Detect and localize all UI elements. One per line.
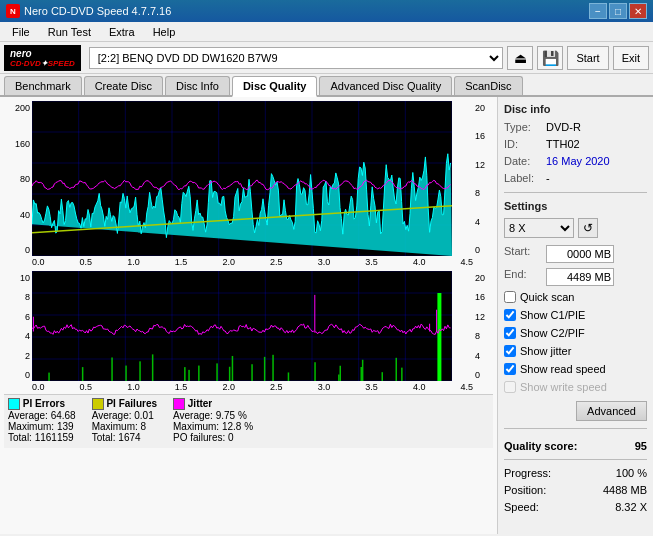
jitter-avg: Average: 9.75 %	[173, 410, 253, 421]
drive-selector[interactable]: [2:2] BENQ DVD DD DW1620 B7W9	[89, 47, 504, 69]
tab-benchmark[interactable]: Benchmark	[4, 76, 82, 95]
show-jitter-checkbox[interactable]	[504, 345, 516, 357]
toolbar: nero CD·DVD✦SPEED [2:2] BENQ DVD DD DW16…	[0, 42, 653, 74]
divider-1	[504, 192, 647, 193]
bottom-chart-canvas	[32, 271, 452, 381]
start-mb-row: Start:	[504, 245, 647, 263]
show-read-speed-row: Show read speed	[504, 363, 647, 375]
x-axis-top: 0.00.51.01.52.02.53.03.54.04.5	[32, 257, 473, 267]
disc-info-title: Disc info	[504, 103, 647, 115]
pi-errors-total-label: Total:	[8, 432, 35, 443]
pi-failures-group: PI Failures Average: 0.01 Maximum: 8 Tot…	[92, 398, 157, 443]
y-top-80: 80	[4, 174, 30, 184]
y-axis-right-bottom: 201612840	[473, 271, 493, 392]
x-axis-bottom: 0.00.51.01.52.02.53.03.54.04.5	[32, 382, 473, 392]
po-failures-label: PO failures:	[173, 432, 225, 443]
tab-disc-quality[interactable]: Disc Quality	[232, 76, 318, 97]
end-mb-input[interactable]	[546, 268, 614, 286]
tab-disc-info[interactable]: Disc Info	[165, 76, 230, 95]
y-top-0: 0	[4, 245, 30, 255]
show-c1pie-checkbox[interactable]	[504, 309, 516, 321]
pi-errors-avg-label: Average:	[8, 410, 51, 421]
po-failures: PO failures: 0	[173, 432, 253, 443]
start-mb-label: Start:	[504, 245, 542, 263]
pi-errors-max-label: Maximum:	[8, 421, 57, 432]
minimize-button[interactable]: −	[589, 3, 607, 19]
show-c2pif-label: Show C2/PIF	[520, 327, 585, 339]
y-top-200: 200	[4, 103, 30, 113]
menu-run-test[interactable]: Run Test	[40, 24, 99, 40]
advanced-button[interactable]: Advanced	[576, 401, 647, 421]
show-c2pif-row: Show C2/PIF	[504, 327, 647, 339]
pi-failures-legend	[92, 398, 104, 410]
position-row: Position: 4488 MB	[504, 484, 647, 496]
jitter-max: Maximum: 12.8 %	[173, 421, 253, 432]
disc-date-label: Date:	[504, 155, 542, 167]
start-button[interactable]: Start	[567, 46, 608, 70]
speed-selector[interactable]: 8 X	[504, 218, 574, 238]
disc-date-val: 16 May 2020	[546, 155, 610, 167]
pi-failures-label: PI Failures	[106, 398, 157, 409]
position-label: Position:	[504, 484, 546, 496]
menu-help[interactable]: Help	[145, 24, 184, 40]
pi-failures-max: Maximum: 8	[92, 421, 157, 432]
exit-button[interactable]: Exit	[613, 46, 649, 70]
disc-type-label: Type:	[504, 121, 542, 133]
progress-row: Progress: 100 %	[504, 467, 647, 479]
start-mb-input[interactable]	[546, 245, 614, 263]
y-axis-left-bottom: 1086420	[4, 271, 32, 392]
jitter-legend	[173, 398, 185, 410]
quick-scan-checkbox[interactable]	[504, 291, 516, 303]
pi-errors-total: Total: 1161159	[8, 432, 76, 443]
disc-id-val: TTH02	[546, 138, 580, 150]
logo-bottom: CD·DVD✦SPEED	[10, 59, 75, 68]
y-top-160: 160	[4, 139, 30, 149]
app-logo: nero CD·DVD✦SPEED	[4, 45, 81, 71]
quick-scan-row: Quick scan	[504, 291, 647, 303]
speed-label: Speed:	[504, 501, 539, 513]
speed-setting-row: 8 X ↺	[504, 218, 647, 238]
speed-val: 8.32 X	[615, 501, 647, 513]
disc-date-row: Date: 16 May 2020	[504, 155, 647, 167]
tab-advanced-disc-quality[interactable]: Advanced Disc Quality	[319, 76, 452, 95]
jitter-avg-val: 9.75 %	[216, 410, 247, 421]
show-read-speed-checkbox[interactable]	[504, 363, 516, 375]
pi-errors-stats: Average: 64.68	[8, 410, 76, 421]
y-axis-left-top: 200 160 80 40 0	[4, 101, 32, 267]
right-panel: Disc info Type: DVD-R ID: TTH02 Date: 16…	[498, 97, 653, 534]
end-mb-row: End:	[504, 268, 647, 286]
close-button[interactable]: ✕	[629, 3, 647, 19]
top-chart-canvas	[32, 101, 452, 256]
po-failures-val: 0	[228, 432, 234, 443]
main-content: 200 160 80 40 0 0.00.51.01.52.02.53.03.5…	[0, 97, 653, 534]
disc-id-row: ID: TTH02	[504, 138, 647, 150]
title-bar-controls: − □ ✕	[589, 3, 647, 19]
refresh-button[interactable]: ↺	[578, 218, 598, 238]
chart-area: 200 160 80 40 0 0.00.51.01.52.02.53.03.5…	[0, 97, 498, 534]
end-mb-label: End:	[504, 268, 542, 286]
save-icon[interactable]: 💾	[537, 46, 563, 70]
eject-icon[interactable]: ⏏	[507, 46, 533, 70]
quality-score-label: Quality score:	[504, 440, 577, 452]
maximize-button[interactable]: □	[609, 3, 627, 19]
quick-scan-label: Quick scan	[520, 291, 574, 303]
tab-create-disc[interactable]: Create Disc	[84, 76, 163, 95]
tab-bar: Benchmark Create Disc Disc Info Disc Qua…	[0, 74, 653, 97]
disc-label-val: -	[546, 172, 550, 184]
position-val: 4488 MB	[603, 484, 647, 496]
show-c2pif-checkbox[interactable]	[504, 327, 516, 339]
tab-scandisc[interactable]: ScanDisc	[454, 76, 522, 95]
menu-extra[interactable]: Extra	[101, 24, 143, 40]
menu-file[interactable]: File	[4, 24, 38, 40]
disc-type-val: DVD-R	[546, 121, 581, 133]
stats-area: PI Errors Average: 64.68 Maximum: 139 To…	[4, 394, 493, 448]
divider-3	[504, 459, 647, 460]
jitter-max-val: 12.8 %	[222, 421, 253, 432]
jitter-group: Jitter Average: 9.75 % Maximum: 12.8 % P…	[173, 398, 253, 443]
pi-failures-max-val: 8	[141, 421, 147, 432]
pi-errors-avg-val: 64.68	[51, 410, 76, 421]
jitter-label: Jitter	[188, 398, 212, 409]
title-bar-left: N Nero CD-DVD Speed 4.7.7.16	[6, 4, 171, 18]
title-bar: N Nero CD-DVD Speed 4.7.7.16 − □ ✕	[0, 0, 653, 22]
progress-val: 100 %	[616, 467, 647, 479]
